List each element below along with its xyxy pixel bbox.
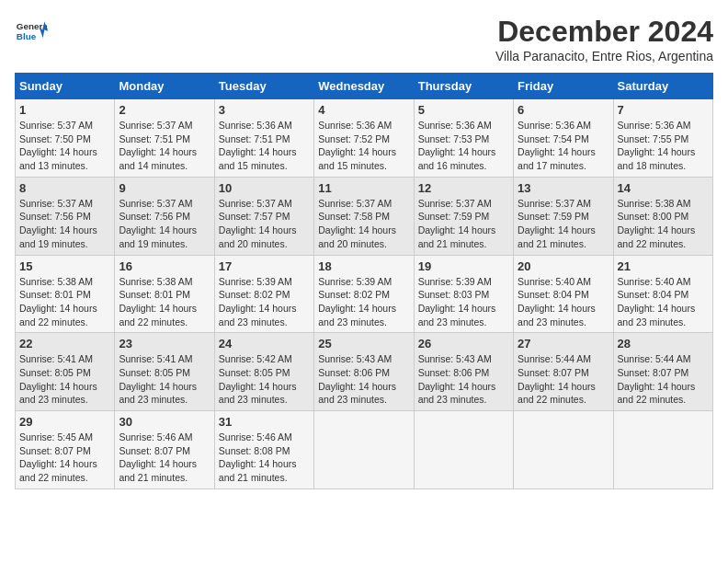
cell-info: Sunrise: 5:39 AM Sunset: 8:02 PM Dayligh… xyxy=(219,275,310,329)
cell-info: Sunrise: 5:44 AM Sunset: 8:07 PM Dayligh… xyxy=(518,352,609,407)
day-number: 7 xyxy=(618,103,709,117)
cell-info: Sunrise: 5:42 AM Sunset: 8:05 PM Dayligh… xyxy=(219,352,310,407)
calendar-cell: 22Sunrise: 5:41 AM Sunset: 8:05 PM Dayli… xyxy=(16,333,115,411)
weekday-header-thursday: Thursday xyxy=(414,74,513,99)
day-number: 18 xyxy=(318,259,409,273)
calendar-cell: 9Sunrise: 5:37 AM Sunset: 7:56 PM Daylig… xyxy=(115,177,214,255)
calendar-cell: 4Sunrise: 5:36 AM Sunset: 7:52 PM Daylig… xyxy=(314,99,414,178)
calendar-cell: 29Sunrise: 5:45 AM Sunset: 8:07 PM Dayli… xyxy=(16,411,115,489)
cell-info: Sunrise: 5:37 AM Sunset: 7:56 PM Dayligh… xyxy=(119,197,210,251)
generalblue-logo-icon: General Blue xyxy=(15,15,48,48)
cell-info: Sunrise: 5:38 AM Sunset: 8:00 PM Dayligh… xyxy=(618,197,709,251)
cell-info: Sunrise: 5:40 AM Sunset: 8:04 PM Dayligh… xyxy=(518,275,609,329)
calendar-cell: 15Sunrise: 5:38 AM Sunset: 8:01 PM Dayli… xyxy=(16,255,115,333)
day-number: 6 xyxy=(518,103,609,117)
calendar-cell: 16Sunrise: 5:38 AM Sunset: 8:01 PM Dayli… xyxy=(115,255,214,333)
calendar-header: SundayMondayTuesdayWednesdayThursdayFrid… xyxy=(16,74,713,99)
cell-info: Sunrise: 5:43 AM Sunset: 8:06 PM Dayligh… xyxy=(318,352,409,407)
calendar-cell: 14Sunrise: 5:38 AM Sunset: 8:00 PM Dayli… xyxy=(613,177,712,255)
calendar-week-row: 1Sunrise: 5:37 AM Sunset: 7:50 PM Daylig… xyxy=(16,99,713,178)
title-area: December 2024 Villa Paranacito, Entre Ri… xyxy=(495,15,713,63)
calendar-cell xyxy=(613,411,712,489)
day-number: 26 xyxy=(418,337,509,350)
day-number: 17 xyxy=(219,259,310,273)
day-number: 25 xyxy=(318,337,409,350)
day-number: 31 xyxy=(219,415,310,429)
calendar-cell: 8Sunrise: 5:37 AM Sunset: 7:56 PM Daylig… xyxy=(16,177,115,255)
calendar-cell: 13Sunrise: 5:37 AM Sunset: 7:59 PM Dayli… xyxy=(514,177,613,255)
cell-info: Sunrise: 5:46 AM Sunset: 8:07 PM Dayligh… xyxy=(119,431,210,485)
calendar-cell xyxy=(314,411,414,489)
cell-info: Sunrise: 5:38 AM Sunset: 8:01 PM Dayligh… xyxy=(119,275,210,329)
calendar-week-row: 29Sunrise: 5:45 AM Sunset: 8:07 PM Dayli… xyxy=(16,411,713,489)
calendar-week-row: 8Sunrise: 5:37 AM Sunset: 7:56 PM Daylig… xyxy=(16,177,713,255)
calendar-cell: 1Sunrise: 5:37 AM Sunset: 7:50 PM Daylig… xyxy=(16,99,115,178)
calendar-cell xyxy=(514,411,613,489)
calendar-cell: 26Sunrise: 5:43 AM Sunset: 8:06 PM Dayli… xyxy=(414,333,513,411)
cell-info: Sunrise: 5:36 AM Sunset: 7:53 PM Dayligh… xyxy=(418,119,509,173)
cell-info: Sunrise: 5:37 AM Sunset: 7:56 PM Dayligh… xyxy=(19,197,110,251)
cell-info: Sunrise: 5:43 AM Sunset: 8:06 PM Dayligh… xyxy=(418,352,509,407)
calendar-cell: 11Sunrise: 5:37 AM Sunset: 7:58 PM Dayli… xyxy=(314,177,414,255)
cell-info: Sunrise: 5:37 AM Sunset: 7:50 PM Dayligh… xyxy=(19,119,110,173)
day-number: 9 xyxy=(119,181,210,195)
cell-info: Sunrise: 5:37 AM Sunset: 7:59 PM Dayligh… xyxy=(518,197,609,251)
calendar-week-row: 22Sunrise: 5:41 AM Sunset: 8:05 PM Dayli… xyxy=(16,333,713,411)
day-number: 29 xyxy=(19,415,110,429)
calendar-cell: 18Sunrise: 5:39 AM Sunset: 8:02 PM Dayli… xyxy=(314,255,414,333)
cell-info: Sunrise: 5:39 AM Sunset: 8:03 PM Dayligh… xyxy=(418,275,509,329)
cell-info: Sunrise: 5:40 AM Sunset: 8:04 PM Dayligh… xyxy=(618,275,709,329)
weekday-header-row: SundayMondayTuesdayWednesdayThursdayFrid… xyxy=(16,74,713,99)
location-subtitle: Villa Paranacito, Entre Rios, Argentina xyxy=(495,49,713,63)
day-number: 4 xyxy=(318,103,409,117)
day-number: 28 xyxy=(618,337,709,350)
day-number: 14 xyxy=(618,181,709,195)
day-number: 20 xyxy=(518,259,609,273)
cell-info: Sunrise: 5:36 AM Sunset: 7:52 PM Dayligh… xyxy=(318,119,409,173)
cell-info: Sunrise: 5:37 AM Sunset: 7:57 PM Dayligh… xyxy=(219,197,310,251)
day-number: 1 xyxy=(19,103,110,117)
day-number: 23 xyxy=(119,337,210,350)
weekday-header-sunday: Sunday xyxy=(16,74,115,99)
day-number: 27 xyxy=(518,337,609,350)
day-number: 19 xyxy=(418,259,509,273)
page-header: General Blue December 2024 Villa Paranac… xyxy=(15,15,713,63)
calendar-cell: 30Sunrise: 5:46 AM Sunset: 8:07 PM Dayli… xyxy=(115,411,214,489)
day-number: 21 xyxy=(618,259,709,273)
calendar-cell: 17Sunrise: 5:39 AM Sunset: 8:02 PM Dayli… xyxy=(214,255,313,333)
logo: General Blue xyxy=(15,15,48,48)
day-number: 10 xyxy=(219,181,310,195)
cell-info: Sunrise: 5:37 AM Sunset: 7:58 PM Dayligh… xyxy=(318,197,409,251)
calendar-cell: 3Sunrise: 5:36 AM Sunset: 7:51 PM Daylig… xyxy=(214,99,313,178)
cell-info: Sunrise: 5:36 AM Sunset: 7:54 PM Dayligh… xyxy=(518,119,609,173)
cell-info: Sunrise: 5:37 AM Sunset: 7:59 PM Dayligh… xyxy=(418,197,509,251)
calendar-cell: 10Sunrise: 5:37 AM Sunset: 7:57 PM Dayli… xyxy=(214,177,313,255)
cell-info: Sunrise: 5:38 AM Sunset: 8:01 PM Dayligh… xyxy=(19,275,110,329)
calendar-body: 1Sunrise: 5:37 AM Sunset: 7:50 PM Daylig… xyxy=(16,99,713,489)
day-number: 11 xyxy=(318,181,409,195)
calendar-cell: 7Sunrise: 5:36 AM Sunset: 7:55 PM Daylig… xyxy=(613,99,712,178)
calendar-cell: 25Sunrise: 5:43 AM Sunset: 8:06 PM Dayli… xyxy=(314,333,414,411)
day-number: 3 xyxy=(219,103,310,117)
cell-info: Sunrise: 5:41 AM Sunset: 8:05 PM Dayligh… xyxy=(19,352,110,407)
calendar-cell: 27Sunrise: 5:44 AM Sunset: 8:07 PM Dayli… xyxy=(514,333,613,411)
calendar-cell: 20Sunrise: 5:40 AM Sunset: 8:04 PM Dayli… xyxy=(514,255,613,333)
cell-info: Sunrise: 5:36 AM Sunset: 7:51 PM Dayligh… xyxy=(219,119,310,173)
cell-info: Sunrise: 5:46 AM Sunset: 8:08 PM Dayligh… xyxy=(219,431,310,485)
calendar-cell: 28Sunrise: 5:44 AM Sunset: 8:07 PM Dayli… xyxy=(613,333,712,411)
cell-info: Sunrise: 5:45 AM Sunset: 8:07 PM Dayligh… xyxy=(19,431,110,485)
calendar-cell: 31Sunrise: 5:46 AM Sunset: 8:08 PM Dayli… xyxy=(214,411,313,489)
svg-text:Blue: Blue xyxy=(17,31,37,41)
weekday-header-wednesday: Wednesday xyxy=(314,74,414,99)
calendar-cell: 6Sunrise: 5:36 AM Sunset: 7:54 PM Daylig… xyxy=(514,99,613,178)
calendar-week-row: 15Sunrise: 5:38 AM Sunset: 8:01 PM Dayli… xyxy=(16,255,713,333)
day-number: 16 xyxy=(119,259,210,273)
cell-info: Sunrise: 5:39 AM Sunset: 8:02 PM Dayligh… xyxy=(318,275,409,329)
cell-info: Sunrise: 5:41 AM Sunset: 8:05 PM Dayligh… xyxy=(119,352,210,407)
day-number: 2 xyxy=(119,103,210,117)
day-number: 15 xyxy=(19,259,110,273)
weekday-header-saturday: Saturday xyxy=(613,74,712,99)
day-number: 8 xyxy=(19,181,110,195)
day-number: 30 xyxy=(119,415,210,429)
month-title: December 2024 xyxy=(495,15,713,49)
